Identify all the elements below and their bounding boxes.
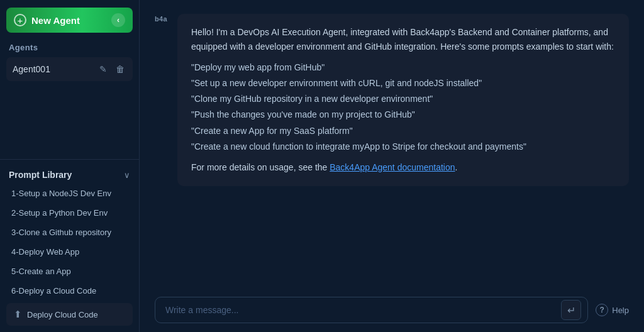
delete-agent-button[interactable]: 🗑 <box>114 63 126 75</box>
bot-message-bubble: Hello! I'm a DevOps AI Execution Agent, … <box>177 14 629 186</box>
chat-area: b4a Hello! I'm a DevOps AI Execution Age… <box>140 0 644 289</box>
edit-agent-button[interactable]: ✎ <box>97 63 109 75</box>
prompt-item-1[interactable]: 1-Setup a NodeJS Dev Env <box>0 184 139 203</box>
agents-section-label: Agents <box>0 40 139 57</box>
doc-pre-text: For more details on usage, see the <box>191 162 330 172</box>
prompt-ex-3: "Clone my GitHub repository in a new dev… <box>191 92 615 106</box>
doc-link-line: For more details on usage, see the Back4… <box>191 160 615 175</box>
new-agent-label: New Agent <box>31 15 80 26</box>
input-area: ↵ ? Help <box>140 289 644 332</box>
message-input[interactable] <box>165 299 561 321</box>
trash-icon: 🗑 <box>116 64 125 74</box>
message-intro: Hello! I'm a DevOps AI Execution Agent, … <box>191 25 615 54</box>
cloud-icon: ⬆ <box>14 309 22 320</box>
prompt-item-5[interactable]: 5-Create an App <box>0 262 139 281</box>
doc-post-text: . <box>455 162 458 172</box>
prompt-item-6[interactable]: 6-Deploy a Cloud Code <box>0 281 139 301</box>
help-label: Help <box>612 306 629 315</box>
deploy-cloud-label: Deploy Cloud Code <box>27 310 98 319</box>
chevron-down-icon: ∨ <box>124 170 130 180</box>
prompt-examples: "Deploy my web app from GitHub" "Set up … <box>191 60 615 154</box>
bot-avatar: b4a <box>155 14 177 23</box>
doc-link[interactable]: Back4App Agent documentation <box>330 162 455 172</box>
agent-actions: ✎ 🗑 <box>97 63 126 75</box>
help-button[interactable]: ? Help <box>596 304 629 316</box>
plus-circle-icon: + <box>14 14 26 26</box>
sidebar: + New Agent ‹ Agents Agent001 ✎ 🗑 Prompt… <box>0 0 140 332</box>
prompt-library-header[interactable]: Prompt Library ∨ <box>0 165 139 184</box>
prompt-item-3[interactable]: 3-Clone a Github repository <box>0 223 139 242</box>
agent-name: Agent001 <box>13 64 50 74</box>
prompt-library-section: Prompt Library ∨ 1-Setup a NodeJS Dev En… <box>0 159 139 301</box>
main-panel: b4a Hello! I'm a DevOps AI Execution Age… <box>140 0 644 332</box>
prompt-item-4[interactable]: 4-Deploy Web App <box>0 242 139 262</box>
prompt-ex-4: "Push the changes you've made on my proj… <box>191 108 615 122</box>
prompt-library-title: Prompt Library <box>9 170 72 180</box>
agent-item[interactable]: Agent001 ✎ 🗑 <box>6 57 133 81</box>
edit-icon: ✎ <box>99 64 107 74</box>
send-button[interactable]: ↵ <box>561 300 581 320</box>
new-agent-button[interactable]: + New Agent ‹ <box>6 8 133 33</box>
prompt-ex-2: "Set up a new developer environment with… <box>191 76 615 91</box>
message-input-wrapper: ↵ <box>155 297 588 323</box>
prompt-item-2[interactable]: 2-Setup a Python Dev Env <box>0 203 139 223</box>
back-arrow-icon: ‹ <box>111 13 125 27</box>
prompt-ex-1: "Deploy my web app from GitHub" <box>191 60 615 75</box>
deploy-cloud-button[interactable]: ⬆ Deploy Cloud Code <box>6 303 133 326</box>
bot-message-row: b4a Hello! I'm a DevOps AI Execution Age… <box>140 0 644 200</box>
help-icon: ? <box>596 304 608 316</box>
prompt-ex-6: "Create a new cloud function to integrat… <box>191 140 615 154</box>
prompt-ex-5: "Create a new App for my SaaS platform" <box>191 124 615 138</box>
send-icon: ↵ <box>567 304 575 316</box>
